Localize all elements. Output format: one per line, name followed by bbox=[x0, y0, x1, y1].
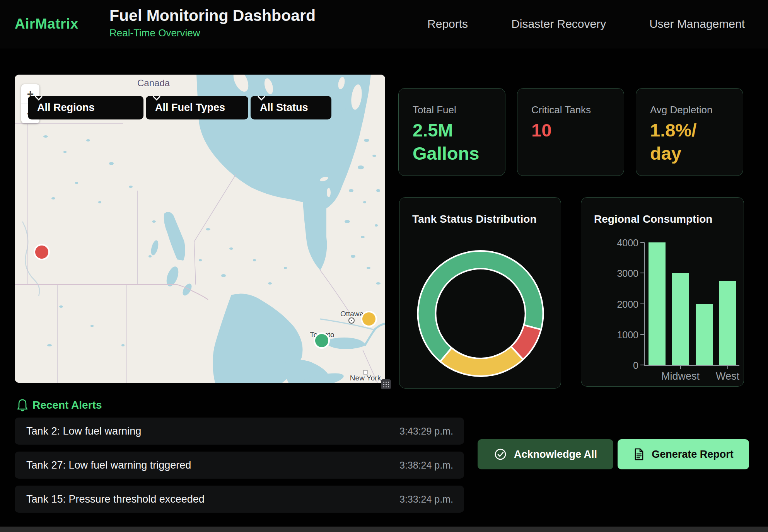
tank-marker-critical[interactable] bbox=[35, 246, 48, 259]
stat-label: Critical Tanks bbox=[531, 104, 591, 116]
region-filter-dropdown[interactable]: All Regions bbox=[28, 96, 143, 119]
map-marker-layer: OttawaTorontoNew York bbox=[15, 75, 385, 383]
stat-label: Avg Depletion bbox=[650, 104, 712, 116]
alert-timestamp: 3:33:24 p.m. bbox=[399, 494, 453, 505]
fuel-type-filter-dropdown[interactable]: All Fuel Types bbox=[146, 96, 248, 119]
tank-marker-normal[interactable] bbox=[315, 334, 328, 347]
generate-report-button[interactable]: Generate Report bbox=[618, 439, 749, 469]
y-axis-tick-label: 4000 bbox=[596, 237, 638, 249]
y-axis-tick-mark bbox=[640, 304, 644, 304]
stat-value: 10 bbox=[531, 119, 551, 142]
status-filter-label: All Status bbox=[260, 102, 308, 114]
x-axis-tick-mark bbox=[727, 366, 728, 369]
stat-card-total-fuel: Total Fuel 2.5MGallons bbox=[398, 88, 505, 176]
alert-row[interactable]: Tank 15: Pressure threshold exceeded 3:3… bbox=[15, 486, 464, 513]
nav-user-management[interactable]: User Management bbox=[649, 17, 745, 31]
y-axis-tick-mark bbox=[640, 334, 644, 335]
doughnut-segment-warning bbox=[440, 346, 523, 376]
alert-message: Tank 27: Low fuel warning triggered bbox=[26, 459, 191, 471]
fuel-type-filter-label: All Fuel Types bbox=[155, 102, 225, 114]
x-axis-tick-mark bbox=[680, 366, 681, 369]
chevron-down-icon bbox=[258, 96, 265, 101]
stat-card-critical-tanks: Critical Tanks 10 bbox=[517, 88, 624, 176]
chevron-down-icon bbox=[35, 96, 43, 101]
y-axis-tick-label: 3000 bbox=[596, 268, 638, 279]
nav-disaster-recovery[interactable]: Disaster Recovery bbox=[511, 17, 606, 31]
bar-plot-area bbox=[644, 242, 739, 366]
map-filters: All Regions All Fuel Types All Status bbox=[15, 96, 385, 119]
horizontal-scrollbar[interactable] bbox=[0, 527, 768, 532]
header: AirMatrix Fuel Monitoring Dashboard Real… bbox=[0, 0, 768, 48]
x-axis-tick-label: West bbox=[701, 370, 755, 382]
main-nav: Reports Disaster Recovery User Managemen… bbox=[427, 0, 745, 48]
consumption-bar bbox=[696, 304, 713, 365]
alert-timestamp: 3:38:24 p.m. bbox=[399, 460, 453, 471]
stat-label: Total Fuel bbox=[413, 104, 456, 116]
tank-marker-warning[interactable] bbox=[362, 312, 375, 326]
title-block: Fuel Monitoring Dashboard Real-Time Over… bbox=[109, 6, 316, 39]
y-axis-tick-mark bbox=[640, 242, 644, 243]
tank-status-distribution-card: Tank Status Distribution bbox=[399, 197, 561, 389]
x-axis-tick-label: Midwest bbox=[654, 370, 708, 382]
consumption-bar bbox=[649, 242, 666, 365]
document-icon bbox=[633, 448, 645, 461]
regional-consumption-card: Regional Consumption 01000200030004000Mi… bbox=[581, 197, 744, 387]
generate-report-label: Generate Report bbox=[652, 448, 734, 460]
y-axis-tick-label: 0 bbox=[596, 360, 638, 371]
y-axis-tick-mark bbox=[640, 273, 644, 273]
recent-alerts-heading: Recent Alerts bbox=[32, 398, 102, 412]
stat-card-avg-depletion: Avg Depletion 1.8%/day bbox=[636, 88, 743, 176]
map-town-marker bbox=[348, 317, 355, 324]
brand-logo[interactable]: AirMatrix bbox=[15, 0, 79, 48]
alert-message: Tank 15: Pressure threshold exceeded bbox=[26, 493, 205, 505]
map-panel[interactable]: Canada + − All Regions All Fuel Types Al… bbox=[15, 75, 385, 383]
tank-status-doughnut-chart bbox=[399, 223, 561, 389]
region-filter-label: All Regions bbox=[37, 102, 95, 114]
consumption-bar bbox=[672, 273, 689, 365]
map-resize-handle[interactable] bbox=[381, 379, 391, 389]
check-circle-icon bbox=[494, 448, 507, 461]
nav-reports[interactable]: Reports bbox=[427, 17, 468, 31]
alert-row[interactable]: Tank 27: Low fuel warning triggered 3:38… bbox=[15, 452, 464, 479]
stat-value: 2.5MGallons bbox=[413, 119, 479, 165]
page-subtitle: Real-Time Overview bbox=[109, 27, 316, 39]
alert-message: Tank 2: Low fuel warning bbox=[26, 425, 141, 437]
alert-timestamp: 3:43:29 p.m. bbox=[399, 426, 453, 437]
acknowledge-all-label: Acknowledge All bbox=[514, 448, 597, 460]
acknowledge-all-button[interactable]: Acknowledge All bbox=[478, 439, 613, 469]
y-axis-tick-label: 1000 bbox=[596, 329, 638, 341]
consumption-bar bbox=[719, 281, 736, 365]
stat-value: 1.8%/day bbox=[650, 119, 696, 165]
page-title: Fuel Monitoring Dashboard bbox=[109, 6, 316, 25]
map-city-label: Ottawa bbox=[340, 310, 364, 318]
bell-icon bbox=[16, 398, 29, 412]
map-town-marker bbox=[364, 370, 368, 375]
status-filter-dropdown[interactable]: All Status bbox=[251, 96, 331, 119]
alert-row[interactable]: Tank 2: Low fuel warning 3:43:29 p.m. bbox=[15, 418, 464, 445]
map-city-label: New York bbox=[350, 374, 381, 382]
chevron-down-icon bbox=[153, 96, 160, 101]
regional-consumption-bar-chart: 01000200030004000MidwestWest bbox=[581, 198, 744, 386]
y-axis-tick-label: 2000 bbox=[596, 299, 638, 310]
y-axis-tick-mark bbox=[640, 365, 644, 365]
